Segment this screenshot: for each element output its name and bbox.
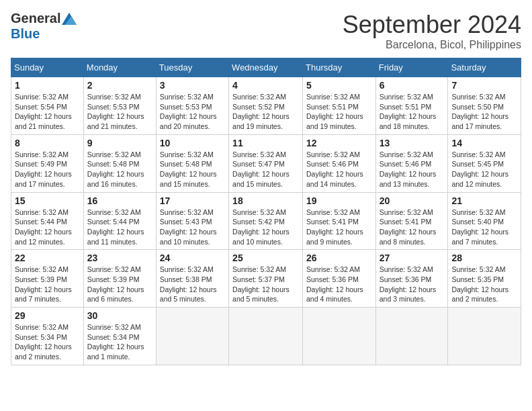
col-tuesday: Tuesday (156, 58, 228, 77)
calendar-week-row: 29 Sunrise: 5:32 AM Sunset: 5:34 PM Dayl… (11, 308, 521, 365)
table-row: 28 Sunrise: 5:32 AM Sunset: 5:35 PM Dayl… (448, 250, 521, 308)
day-info: Sunrise: 5:32 AM Sunset: 5:41 PM Dayligh… (380, 208, 445, 247)
day-number: 13 (380, 138, 445, 148)
day-info: Sunrise: 5:32 AM Sunset: 5:35 PM Dayligh… (451, 265, 517, 304)
table-row: 4 Sunrise: 5:32 AM Sunset: 5:52 PM Dayli… (229, 77, 303, 135)
table-row: 27 Sunrise: 5:32 AM Sunset: 5:36 PM Dayl… (375, 250, 448, 308)
table-row (375, 308, 448, 365)
table-row: 22 Sunrise: 5:32 AM Sunset: 5:39 PM Dayl… (11, 250, 84, 308)
table-row: 15 Sunrise: 5:32 AM Sunset: 5:44 PM Dayl… (11, 192, 84, 250)
table-row: 21 Sunrise: 5:32 AM Sunset: 5:40 PM Dayl… (448, 192, 521, 250)
day-number: 30 (87, 310, 152, 321)
table-row: 17 Sunrise: 5:32 AM Sunset: 5:43 PM Dayl… (156, 192, 228, 250)
logo-general: General (11, 11, 60, 26)
table-row: 13 Sunrise: 5:32 AM Sunset: 5:46 PM Dayl… (375, 134, 448, 192)
day-info: Sunrise: 5:32 AM Sunset: 5:39 PM Dayligh… (15, 265, 80, 304)
day-number: 8 (15, 138, 80, 148)
logo-icon (62, 13, 77, 25)
day-number: 25 (232, 253, 299, 263)
calendar-week-row: 1 Sunrise: 5:32 AM Sunset: 5:54 PM Dayli… (11, 77, 521, 135)
day-info: Sunrise: 5:32 AM Sunset: 5:40 PM Dayligh… (451, 208, 517, 247)
location: Barcelona, Bicol, Philippines (343, 39, 521, 51)
logo-blue: Blue (11, 26, 40, 42)
day-number: 23 (87, 253, 152, 263)
col-thursday: Thursday (303, 58, 376, 77)
table-row (448, 308, 521, 365)
title-section: September 2024 Barcelona, Bicol, Philipp… (343, 11, 521, 51)
day-number: 24 (160, 253, 225, 263)
day-info: Sunrise: 5:32 AM Sunset: 5:53 PM Dayligh… (160, 92, 225, 132)
day-number: 26 (306, 253, 372, 263)
day-number: 4 (232, 80, 299, 91)
calendar-header-row: Sunday Monday Tuesday Wednesday Thursday… (11, 58, 521, 77)
table-row (156, 308, 228, 365)
day-number: 7 (451, 80, 517, 91)
col-monday: Monday (83, 58, 156, 77)
col-sunday: Sunday (11, 58, 84, 77)
day-number: 16 (87, 195, 152, 206)
day-number: 19 (306, 195, 372, 206)
day-info: Sunrise: 5:32 AM Sunset: 5:51 PM Dayligh… (306, 92, 372, 132)
day-number: 10 (160, 138, 225, 148)
table-row: 11 Sunrise: 5:32 AM Sunset: 5:47 PM Dayl… (229, 134, 303, 192)
day-number: 21 (451, 195, 517, 206)
col-wednesday: Wednesday (229, 58, 303, 77)
calendar-table: Sunday Monday Tuesday Wednesday Thursday… (11, 58, 521, 365)
day-info: Sunrise: 5:32 AM Sunset: 5:34 PM Dayligh… (87, 322, 152, 362)
table-row: 26 Sunrise: 5:32 AM Sunset: 5:36 PM Dayl… (303, 250, 376, 308)
table-row: 10 Sunrise: 5:32 AM Sunset: 5:48 PM Dayl… (156, 134, 228, 192)
day-info: Sunrise: 5:32 AM Sunset: 5:54 PM Dayligh… (15, 92, 80, 132)
day-info: Sunrise: 5:32 AM Sunset: 5:46 PM Dayligh… (380, 150, 445, 189)
day-info: Sunrise: 5:32 AM Sunset: 5:53 PM Dayligh… (87, 92, 152, 132)
day-info: Sunrise: 5:32 AM Sunset: 5:51 PM Dayligh… (380, 92, 445, 132)
day-info: Sunrise: 5:32 AM Sunset: 5:36 PM Dayligh… (306, 265, 372, 304)
day-info: Sunrise: 5:32 AM Sunset: 5:50 PM Dayligh… (451, 92, 517, 132)
day-info: Sunrise: 5:32 AM Sunset: 5:44 PM Dayligh… (87, 208, 152, 247)
day-number: 3 (160, 80, 225, 91)
day-number: 17 (160, 195, 225, 206)
day-info: Sunrise: 5:32 AM Sunset: 5:44 PM Dayligh… (15, 208, 80, 247)
table-row: 24 Sunrise: 5:32 AM Sunset: 5:38 PM Dayl… (156, 250, 228, 308)
col-saturday: Saturday (448, 58, 521, 77)
table-row: 23 Sunrise: 5:32 AM Sunset: 5:39 PM Dayl… (83, 250, 156, 308)
table-row: 5 Sunrise: 5:32 AM Sunset: 5:51 PM Dayli… (303, 77, 376, 135)
table-row: 14 Sunrise: 5:32 AM Sunset: 5:45 PM Dayl… (448, 134, 521, 192)
day-info: Sunrise: 5:32 AM Sunset: 5:45 PM Dayligh… (451, 150, 517, 189)
day-info: Sunrise: 5:32 AM Sunset: 5:48 PM Dayligh… (160, 150, 225, 189)
logo: General Blue (11, 11, 77, 42)
day-number: 6 (380, 80, 445, 91)
table-row: 30 Sunrise: 5:32 AM Sunset: 5:34 PM Dayl… (83, 308, 156, 365)
day-number: 9 (87, 138, 152, 148)
day-info: Sunrise: 5:32 AM Sunset: 5:39 PM Dayligh… (87, 265, 152, 304)
table-row: 3 Sunrise: 5:32 AM Sunset: 5:53 PM Dayli… (156, 77, 228, 135)
table-row: 29 Sunrise: 5:32 AM Sunset: 5:34 PM Dayl… (11, 308, 84, 365)
day-info: Sunrise: 5:32 AM Sunset: 5:34 PM Dayligh… (15, 322, 80, 362)
calendar-week-row: 8 Sunrise: 5:32 AM Sunset: 5:49 PM Dayli… (11, 134, 521, 192)
calendar-week-row: 22 Sunrise: 5:32 AM Sunset: 5:39 PM Dayl… (11, 250, 521, 308)
day-info: Sunrise: 5:32 AM Sunset: 5:49 PM Dayligh… (15, 150, 80, 189)
day-number: 1 (15, 80, 80, 91)
table-row: 2 Sunrise: 5:32 AM Sunset: 5:53 PM Dayli… (83, 77, 156, 135)
table-row (303, 308, 376, 365)
day-info: Sunrise: 5:32 AM Sunset: 5:41 PM Dayligh… (306, 208, 372, 247)
day-info: Sunrise: 5:32 AM Sunset: 5:43 PM Dayligh… (160, 208, 225, 247)
table-row: 1 Sunrise: 5:32 AM Sunset: 5:54 PM Dayli… (11, 77, 84, 135)
day-info: Sunrise: 5:32 AM Sunset: 5:47 PM Dayligh… (232, 150, 299, 189)
day-number: 15 (15, 195, 80, 206)
day-info: Sunrise: 5:32 AM Sunset: 5:48 PM Dayligh… (87, 150, 152, 189)
table-row: 8 Sunrise: 5:32 AM Sunset: 5:49 PM Dayli… (11, 134, 84, 192)
day-number: 20 (380, 195, 445, 206)
day-number: 11 (232, 138, 299, 148)
col-friday: Friday (375, 58, 448, 77)
day-number: 14 (451, 138, 517, 148)
day-info: Sunrise: 5:32 AM Sunset: 5:52 PM Dayligh… (232, 92, 299, 132)
day-number: 12 (306, 138, 372, 148)
month-title: September 2024 (343, 11, 521, 39)
day-info: Sunrise: 5:32 AM Sunset: 5:42 PM Dayligh… (232, 208, 299, 247)
day-number: 2 (87, 80, 152, 91)
day-number: 5 (306, 80, 372, 91)
table-row: 9 Sunrise: 5:32 AM Sunset: 5:48 PM Dayli… (83, 134, 156, 192)
day-number: 18 (232, 195, 299, 206)
table-row: 7 Sunrise: 5:32 AM Sunset: 5:50 PM Dayli… (448, 77, 521, 135)
table-row: 16 Sunrise: 5:32 AM Sunset: 5:44 PM Dayl… (83, 192, 156, 250)
